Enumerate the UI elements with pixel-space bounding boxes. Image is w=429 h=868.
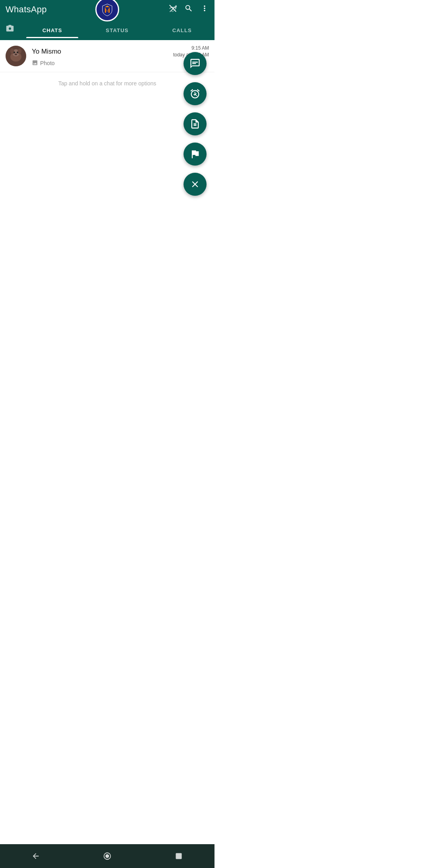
main-content: Yo Mismo 9:15 AM today at 9:16 AM Photo bbox=[0, 40, 214, 326]
center-logo bbox=[95, 0, 119, 21]
chat-content: Yo Mismo 9:15 AM today at 9:16 AM Photo bbox=[32, 45, 209, 67]
alarm-fab-btn[interactable] bbox=[184, 82, 207, 105]
chat-preview-text: Photo bbox=[40, 60, 55, 66]
chat-list: Yo Mismo 9:15 AM today at 9:16 AM Photo bbox=[0, 40, 214, 72]
tab-calls[interactable]: CALLS bbox=[150, 21, 214, 38]
camera-tab[interactable] bbox=[0, 19, 20, 40]
more-options-icon[interactable] bbox=[200, 4, 209, 15]
tabs-bar: CHATS STATUS CALLS bbox=[0, 19, 214, 40]
chat-time: 9:15 AM bbox=[173, 45, 209, 52]
svg-point-9 bbox=[15, 54, 17, 55]
fab-group bbox=[184, 52, 207, 196]
document-fab-btn[interactable] bbox=[184, 112, 207, 135]
top-actions bbox=[168, 4, 209, 15]
svg-point-7 bbox=[14, 52, 15, 53]
photo-icon bbox=[32, 60, 38, 67]
message-fab-btn[interactable] bbox=[184, 52, 207, 75]
close-fab-btn[interactable] bbox=[184, 173, 207, 196]
chat-name: Yo Mismo bbox=[32, 48, 61, 56]
chat-item[interactable]: Yo Mismo 9:15 AM today at 9:16 AM Photo bbox=[0, 40, 214, 72]
top-bar: WhatsApp bbox=[0, 0, 214, 19]
hint-text: Tap and hold on a chat for more options bbox=[0, 72, 214, 95]
no-wifi-icon[interactable] bbox=[168, 4, 177, 15]
svg-rect-10 bbox=[192, 62, 198, 62]
avatar bbox=[6, 46, 26, 66]
svg-rect-11 bbox=[192, 63, 196, 64]
svg-point-8 bbox=[17, 52, 18, 53]
app-title: WhatsApp bbox=[6, 4, 47, 15]
tab-chats[interactable]: CHATS bbox=[20, 21, 85, 38]
flag-fab-btn[interactable] bbox=[184, 143, 207, 166]
mcafee-avatar[interactable] bbox=[95, 0, 119, 21]
search-icon[interactable] bbox=[184, 4, 193, 15]
tab-status[interactable]: STATUS bbox=[85, 21, 149, 38]
